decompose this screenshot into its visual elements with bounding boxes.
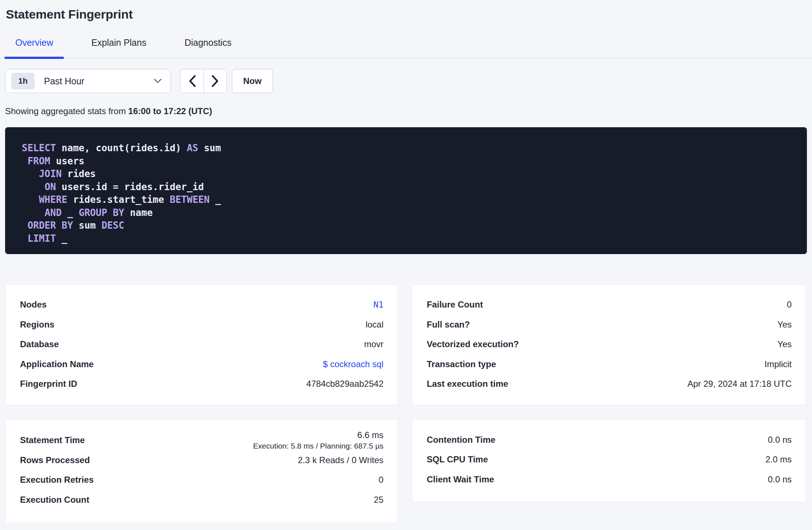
info-row-label: Failure Count [427, 300, 483, 310]
info-row-label: SQL CPU Time [427, 454, 488, 465]
info-row: Regionslocal [20, 315, 383, 335]
statement-details-card: NodesN1RegionslocalDatabasemovrApplicati… [5, 284, 398, 405]
sql-statement-box: SELECT name, count(rides.id) AS sum FROM… [5, 127, 807, 254]
info-row: Last execution timeApr 29, 2024 at 17:18… [427, 374, 792, 394]
info-row-label: Regions [20, 320, 55, 330]
info-row: Statement Time6.6 msExecution: 5.8 ms / … [20, 430, 383, 450]
info-row-value: movr [364, 339, 383, 349]
aggregated-stats-line: Showing aggregated stats from 16:00 to 1… [5, 106, 807, 116]
tab-diagnostics[interactable]: Diagnostics [174, 37, 242, 58]
info-row-subvalue: Execution: 5.8 ms / Planning: 687.5 µs [253, 442, 383, 450]
info-row-label: Application Name [20, 359, 94, 369]
info-row-label: Execution Count [20, 495, 89, 505]
info-row-value: 0 [787, 300, 792, 310]
stats-line-prefix: Showing aggregated stats from [5, 106, 128, 116]
now-button[interactable]: Now [232, 69, 273, 93]
info-row-label: Database [20, 339, 59, 349]
stats-line-range: 16:00 to 17:22 (UTC) [128, 106, 212, 116]
info-row-value: Implicit [764, 359, 792, 369]
info-row-value: local [366, 320, 383, 330]
tab-explain-plans[interactable]: Explain Plans [80, 37, 157, 58]
tab-overview[interactable]: Overview [4, 37, 64, 58]
info-row-value: 6.6 ms [357, 430, 383, 440]
statement-performance-card: Statement Time6.6 msExecution: 5.8 ms / … [5, 419, 398, 523]
info-row-label: Client Wait Time [427, 474, 494, 485]
info-row-label: Contention Time [427, 435, 495, 445]
chevron-down-icon [154, 79, 162, 84]
tab-bar: Overview Explain Plans Diagnostics [0, 37, 812, 58]
info-row-value-link[interactable]: $ cockroach sql [323, 359, 383, 369]
info-row: NodesN1 [20, 295, 383, 315]
info-row: Fingerprint ID4784cb829aab2542 [20, 374, 383, 394]
info-row-value: 2.3 k Reads / 0 Writes [298, 455, 383, 465]
info-row: Application Name$ cockroach sql [20, 354, 383, 374]
info-row: Rows Processed2.3 k Reads / 0 Writes [20, 450, 383, 470]
info-row-label: Vectorized execution? [427, 339, 519, 349]
info-row-value: 0.0 ns [768, 435, 792, 445]
info-row-value: 0.0 ns [768, 474, 792, 485]
info-row-value: Yes [777, 339, 792, 349]
info-row-value: 0 [379, 475, 383, 485]
execution-attributes-card: Failure Count0Full scan?YesVectorized ex… [412, 284, 806, 405]
caret-left-icon [188, 75, 196, 87]
time-range-selector[interactable]: 1h Past Hour [5, 69, 171, 93]
info-row: SQL CPU Time2.0 ms [427, 450, 792, 470]
summary-cards-row-1: NodesN1RegionslocalDatabasemovrApplicati… [5, 284, 807, 405]
info-row-value: 4784cb829aab2542 [306, 379, 383, 389]
info-row-label: Transaction type [427, 359, 496, 369]
info-row: Databasemovr [20, 334, 383, 354]
info-row-label: Nodes [20, 300, 47, 310]
info-row-value-link[interactable]: N1 [373, 300, 383, 309]
info-row-value: 2.0 ms [765, 454, 792, 465]
info-row: Client Wait Time0.0 ns [427, 470, 792, 490]
next-interval-button[interactable] [204, 69, 226, 93]
time-picker-row: 1h Past Hour Now [5, 69, 807, 93]
time-range-badge: 1h [11, 73, 35, 89]
summary-cards-row-2: Statement Time6.6 msExecution: 5.8 ms / … [5, 419, 807, 523]
info-row: Full scan?Yes [427, 315, 792, 335]
info-row: Execution Count25 [20, 490, 383, 510]
previous-interval-button[interactable] [181, 69, 204, 93]
info-row: Execution Retries0 [20, 470, 383, 490]
info-row-value: 25 [374, 495, 383, 505]
page-title: Statement Fingerprint [6, 7, 806, 21]
time-step-buttons [180, 69, 227, 93]
info-row: Vectorized execution?Yes [427, 334, 792, 354]
info-row: Transaction typeImplicit [427, 354, 792, 374]
time-range-label: Past Hour [44, 76, 154, 87]
info-row-value-stack: 6.6 msExecution: 5.8 ms / Planning: 687.… [253, 430, 383, 450]
info-row: Failure Count0 [427, 295, 792, 315]
sql-statement: SELECT name, count(rides.id) AS sum FROM… [22, 142, 791, 245]
time-breakdown-card: Contention Time0.0 nsSQL CPU Time2.0 msC… [412, 419, 806, 502]
info-row-value: Apr 29, 2024 at 17:18 UTC [687, 379, 792, 389]
info-row: Contention Time0.0 ns [427, 430, 792, 450]
info-row-label: Execution Retries [20, 475, 94, 485]
info-row-label: Statement Time [20, 435, 85, 445]
info-row-label: Rows Processed [20, 455, 90, 465]
info-row-label: Fingerprint ID [20, 379, 77, 389]
info-row-label: Full scan? [427, 320, 470, 330]
caret-right-icon [211, 75, 219, 87]
info-row-value: Yes [777, 320, 792, 330]
info-row-label: Last execution time [427, 379, 508, 389]
